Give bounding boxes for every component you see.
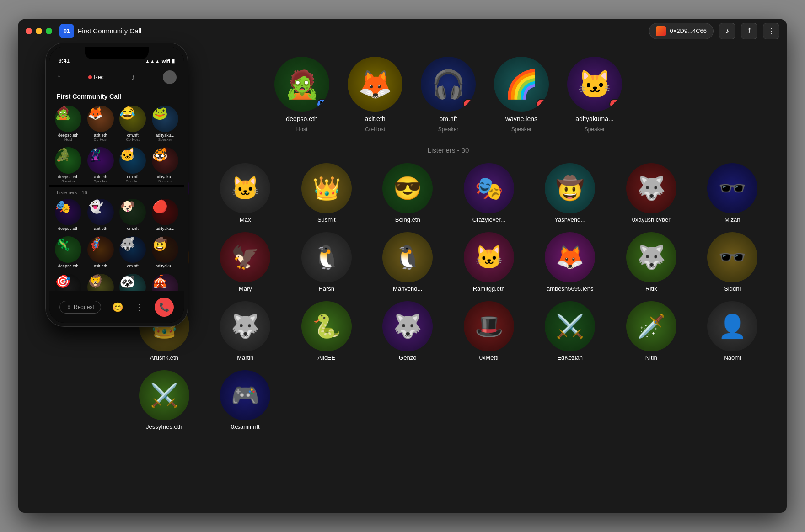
listener-avatar-0xayush[interactable]: 🐺 <box>626 163 676 213</box>
listener-avatar-edkeziah[interactable]: ⚔️ <box>545 301 595 351</box>
address-badge[interactable]: 0×2D9...4C66 <box>649 23 714 39</box>
phone-avatar-aditya: 🐸 <box>152 106 178 132</box>
listener-harsh: 🐧 Harsh <box>290 232 363 292</box>
listener-avatar-naomi[interactable]: 👤 <box>707 301 757 351</box>
speaker-name-axit: axit.eth <box>365 115 385 122</box>
music-button[interactable]: ♪ <box>719 23 735 39</box>
listener-avatar-alicee[interactable]: 🐍 <box>301 301 352 351</box>
phone-role-axit: Co-Host <box>94 138 107 142</box>
listener-avatar-harsh[interactable]: 🐧 <box>301 232 352 282</box>
phone-listener-8: 🤠 adityaku... <box>150 234 181 270</box>
phone-listener-2: 👻 axit.eth <box>86 197 116 233</box>
listener-avatar-nitin[interactable]: 🗡️ <box>626 301 676 351</box>
speaker-avatar-wayne[interactable]: 🌈 ✗ <box>494 57 549 112</box>
phone-user-avatar[interactable] <box>163 70 177 84</box>
listener-avatar-0xmetti[interactable]: 🎩 <box>464 301 514 351</box>
listener-avatar-mary[interactable]: 🦅 <box>220 232 270 282</box>
listener-avatar-genzo[interactable]: 🐺 <box>382 301 433 351</box>
battery-icon: ▮ <box>172 58 175 64</box>
more-button[interactable]: ⋮ <box>763 23 779 39</box>
listener-avatar-being[interactable]: 😎 <box>382 163 433 213</box>
listener-name-jessyfries: Jessyfries.eth <box>146 423 182 430</box>
speaker-emoji-deepso: 🧟 <box>285 68 319 101</box>
listener-name-ramitgg: Ramitgg.eth <box>473 285 505 292</box>
listener-nitin: 🗡️ Nitin <box>615 301 687 361</box>
speaker-avatar-axit[interactable]: 🦊 <box>348 57 402 112</box>
listener-genzo: 🐺 Genzo <box>372 301 444 361</box>
traffic-lights <box>26 28 52 34</box>
listener-avatar-0xsamir[interactable]: 🎮 <box>220 370 270 420</box>
close-button[interactable] <box>26 28 32 34</box>
listener-avatar-mizan[interactable]: 🕶️ <box>707 163 757 213</box>
speaker-avatar-aditya[interactable]: 🐱 ✗ <box>567 57 622 112</box>
music-phone-icon[interactable]: ♪ <box>131 73 135 82</box>
phone-listener-avatar-2: 👻 <box>87 199 114 225</box>
listener-name-edkeziah: EdKeziah <box>557 354 583 361</box>
user-avatar <box>656 26 666 36</box>
listener-name-ritik: Ritik <box>645 285 657 292</box>
phone-listener-name-5: deepso.eth <box>58 264 79 268</box>
emoji-button[interactable]: 😊 <box>112 302 123 313</box>
phone-listener-avatar-5: 🦎 <box>55 236 81 263</box>
listener-name-susmit: Susmit <box>317 216 336 223</box>
listener-martin: 🐺 Martin <box>209 301 282 361</box>
listener-avatar-jessyfries[interactable]: ⚔️ <box>139 370 189 420</box>
listener-avatar-manvend[interactable]: 🐧 <box>382 232 433 282</box>
phone-name-spk1: deepso.eth <box>58 175 79 179</box>
window-title: First Community Call <box>78 27 649 35</box>
speaker-avatar-deepso[interactable]: 🧟 ▐▐ <box>274 57 329 112</box>
request-button[interactable]: 🎙 Request <box>59 301 101 314</box>
wallet-address: 0×2D9...4C66 <box>670 27 707 34</box>
phone-name-aditya: adityaku... <box>156 133 174 138</box>
listener-avatar-ritik[interactable]: 🐺 <box>626 232 676 282</box>
signal-icon: ▲▲▲ <box>145 59 160 64</box>
rec-badge: Rec <box>88 74 103 80</box>
phone-listener-avatar-6: 🦸 <box>87 236 114 263</box>
speaker-avatar-om[interactable]: 🎧 ✗ <box>421 57 476 112</box>
listener-avatar-martin[interactable]: 🐺 <box>220 301 270 351</box>
listener-avatar-susmit[interactable]: 👑 <box>301 163 352 213</box>
listener-name-naomi: Naomi <box>724 354 741 361</box>
minimize-button[interactable] <box>36 28 42 34</box>
phone-hosts-row: 🧟 deepso.eth Host 🦊 axit.eth Co-Host 😂 <box>53 104 180 144</box>
phone-role-spk4: Speaker <box>158 179 172 183</box>
listener-yashvend: 🤠 Yashvend... <box>534 163 606 223</box>
listener-avatar-yashvend[interactable]: 🤠 <box>545 163 595 213</box>
listener-name-manvend: Manvend... <box>393 285 422 292</box>
phone-avatar-deepso: 🧟 <box>55 106 81 132</box>
listener-avatar-crazylever[interactable]: 🎭 <box>464 163 514 213</box>
speaker-axit: 🦊 axit.eth Co-Host <box>348 57 402 133</box>
speaker-emoji-om: 🎧 <box>431 68 466 101</box>
listener-name-0xayush: 0xayush.cyber <box>632 216 671 223</box>
wifi-icon: wifi <box>162 59 170 64</box>
maximize-button[interactable] <box>46 28 52 34</box>
phone-avatar-spk3: 🐱 <box>119 147 146 174</box>
listener-0xayush: 🐺 0xayush.cyber <box>615 163 687 223</box>
share-button[interactable]: ⤴ <box>741 23 757 39</box>
phone-listeners-label: Listeners - 16 <box>49 187 184 197</box>
listener-name-genzo: Genzo <box>399 354 416 361</box>
phone-listener-1: 🎭 deepso.eth <box>53 197 84 233</box>
phone-listener-name-3: om.nft <box>127 226 139 231</box>
mic-icon: 🎙 <box>66 304 72 310</box>
phone-cohost-om: 😂 om.nft Co-Host <box>118 104 148 144</box>
listener-avatar-ambesh[interactable]: 🦊 <box>545 232 595 282</box>
listener-name-mary: Mary <box>239 285 252 292</box>
phone-listener-avatar-1: 🎭 <box>55 199 81 225</box>
listener-avatar-ramitgg[interactable]: 🐱 <box>464 232 514 282</box>
phone-avatar-spk2: 🦹 <box>87 147 114 174</box>
muted-badge-om: ✗ <box>463 99 474 110</box>
phone-avatar-axit: 🦊 <box>87 106 114 132</box>
phone-avatar-spk1: 🐊 <box>55 147 81 174</box>
phone-role-spk2: Speaker <box>94 179 107 183</box>
upload-icon[interactable]: ↑ <box>57 73 61 82</box>
listener-ambesh: 🦊 ambesh5695.lens <box>534 232 606 292</box>
listener-avatar-max[interactable]: 🐱 <box>220 163 270 213</box>
listener-avatar-siddhi[interactable]: 🕶️ <box>707 232 757 282</box>
more-phone-button[interactable]: ⋮ <box>134 302 144 313</box>
phone-listener-row2: 🦎 deepso.eth 🦸 axit.eth 🐺 om.nft 🤠 adity… <box>53 234 180 270</box>
leave-button[interactable]: 📞 <box>155 298 174 317</box>
listener-name-martin: Martin <box>237 354 253 361</box>
phone-speakers-row: 🐊 deepso.eth Speaker 🦹 axit.eth Speaker … <box>53 145 180 185</box>
listener-naomi: 👤 Naomi <box>697 301 769 361</box>
